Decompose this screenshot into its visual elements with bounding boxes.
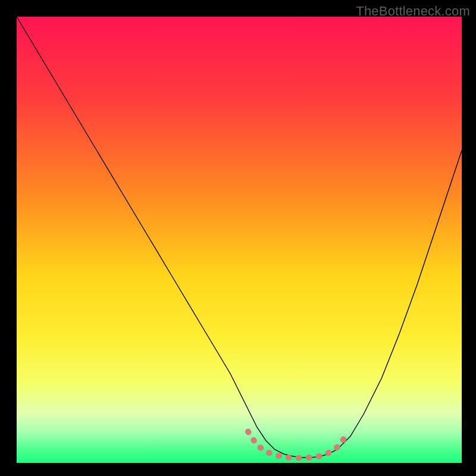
chart-frame: TheBottleneck.com xyxy=(0,0,476,476)
watermark-text: TheBottleneck.com xyxy=(356,4,470,19)
chart-background xyxy=(17,17,462,463)
bottleneck-chart xyxy=(0,0,476,476)
